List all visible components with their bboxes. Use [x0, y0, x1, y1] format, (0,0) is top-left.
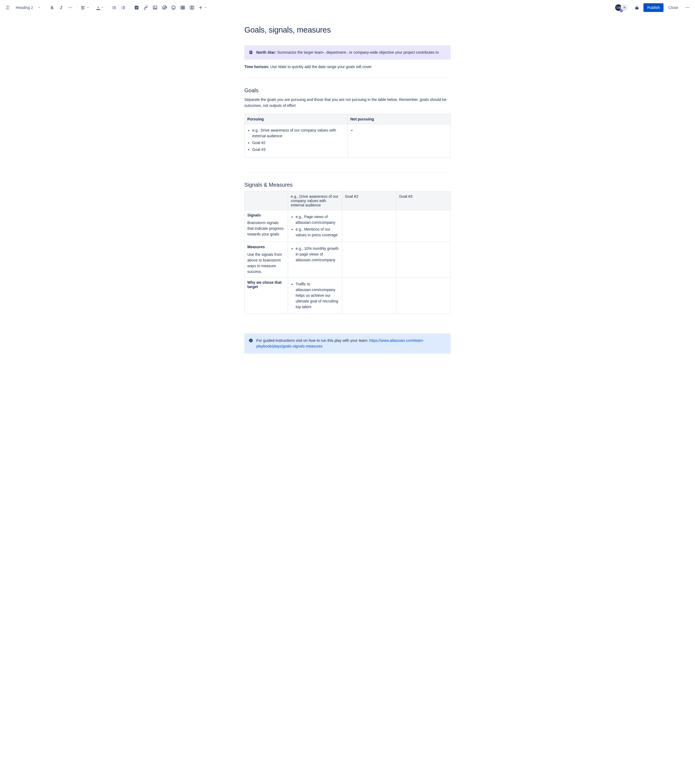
row-sublabel: Brainstorm signals that indicate progres… [247, 220, 285, 237]
info-panel[interactable]: For guided instructions visit on how to … [244, 333, 451, 354]
table-header[interactable]: Goal #2 [342, 191, 396, 210]
note-panel[interactable]: North Star: Summarize the larger team-, … [244, 45, 451, 60]
table-cell[interactable]: Signals Brainstorm signals that indicate… [244, 210, 288, 242]
mention-button[interactable] [160, 3, 168, 12]
time-horizon-text: Use /date to quickly add the date range … [270, 64, 371, 69]
table-header[interactable] [244, 191, 288, 210]
layouts-button[interactable] [188, 3, 196, 12]
row-label: Why we chose that target [247, 280, 285, 289]
list-item[interactable]: e.g., Page views of atlassian.com/compan… [295, 214, 339, 226]
svg-rect-27 [192, 6, 194, 9]
text-color-icon: A [96, 5, 100, 10]
table-row: Why we chose that target Traffic to atla… [244, 278, 451, 314]
publish-button[interactable]: Publish [644, 3, 664, 12]
table-icon [180, 5, 185, 10]
at-icon [162, 5, 167, 10]
table-cell[interactable]: e.g., Page views of atlassian.com/compan… [288, 210, 342, 242]
info-icon [248, 338, 254, 343]
signals-measures-table[interactable]: e.g., Drive awareness of our company val… [244, 191, 451, 314]
restrictions-button[interactable] [632, 3, 641, 12]
list-item[interactable]: Goal #3 [252, 147, 345, 152]
image-button[interactable] [151, 3, 159, 12]
table-cell[interactable] [396, 242, 451, 278]
north-star-text: Summarize the larger team-, department-,… [277, 50, 439, 54]
row-sublabel: Use the signals from above to brainstorm… [247, 252, 285, 275]
note-icon [248, 49, 254, 55]
svg-rect-13 [122, 7, 125, 8]
svg-rect-21 [181, 6, 184, 9]
goals-heading[interactable]: Goals [244, 87, 451, 94]
time-horizon[interactable]: Time horizon: Use /date to quickly add t… [244, 64, 451, 70]
table-cell[interactable]: Why we chose that target [244, 278, 288, 314]
plus-icon [198, 5, 203, 10]
table-cell[interactable]: Measures Use the signals from above to b… [244, 242, 288, 278]
table-cell[interactable]: Traffic to atlassian.com/company helps u… [288, 278, 342, 314]
svg-rect-26 [190, 6, 191, 9]
table-header[interactable]: Goal #3 [396, 191, 451, 210]
table-cell[interactable] [342, 278, 396, 314]
table-cell[interactable] [396, 278, 451, 314]
more-icon [685, 5, 690, 10]
bullet-list-button[interactable] [110, 3, 118, 12]
italic-icon [58, 5, 64, 10]
table-header[interactable]: e.g., Drive awareness of our company val… [288, 191, 342, 210]
goals-table[interactable]: Pursuing Not pursuing e.g., Drive awaren… [244, 114, 451, 158]
alignment-button[interactable] [79, 3, 91, 12]
svg-rect-12 [122, 6, 125, 7]
row-label: Signals [247, 213, 285, 217]
table-cell[interactable] [342, 242, 396, 278]
block-type-select[interactable]: Heading 2 [13, 3, 43, 12]
page-more-actions[interactable] [683, 3, 692, 12]
svg-rect-8 [113, 8, 116, 9]
svg-point-20 [174, 7, 174, 8]
table-cell[interactable] [348, 124, 451, 158]
table-cell[interactable]: e.g., Drive awareness of our company val… [244, 124, 348, 158]
list-item[interactable]: Goal #2 [252, 140, 345, 146]
svg-rect-7 [113, 7, 116, 8]
align-left-icon [80, 5, 86, 10]
italic-button[interactable] [57, 3, 65, 12]
svg-rect-33 [250, 52, 252, 53]
list-item[interactable]: e.g., Mentions of our values in press co… [295, 227, 339, 238]
more-icon [68, 5, 73, 10]
table-button[interactable] [178, 3, 187, 12]
svg-point-29 [687, 7, 688, 8]
goals-description[interactable]: Separate the goals you are pursuing and … [244, 97, 451, 109]
page-title[interactable]: Goals, signals, measures [244, 25, 451, 35]
more-formatting-button[interactable] [66, 3, 75, 12]
numbered-list-button[interactable]: 123 [119, 3, 127, 12]
confluence-logo [4, 4, 11, 11]
table-cell[interactable] [396, 210, 451, 242]
list-item[interactable]: e.g., 10% monthly growth in page views o… [295, 246, 339, 263]
list-item[interactable] [355, 127, 448, 133]
link-button[interactable] [142, 3, 150, 12]
table-header[interactable]: Not pursuing [348, 114, 451, 124]
svg-point-37 [251, 339, 251, 340]
time-horizon-label: Time horizon: [244, 64, 269, 69]
list-item[interactable]: e.g., Drive awareness of our company val… [252, 127, 345, 139]
editor-toolbar: Heading 2 A 123 [0, 0, 695, 15]
insert-more-button[interactable] [197, 3, 208, 12]
list-item[interactable]: Traffic to atlassian.com/company helps u… [295, 281, 339, 310]
text-color-button[interactable]: A [95, 3, 105, 12]
bullet-list-icon [111, 5, 117, 10]
close-button[interactable]: Close [666, 3, 681, 12]
editor-content[interactable]: Goals, signals, measures North Star: Sum… [244, 15, 451, 373]
bold-button[interactable] [48, 3, 56, 12]
action-item-button[interactable] [132, 3, 141, 12]
toolbar-separator [107, 4, 107, 11]
svg-point-30 [688, 7, 689, 8]
table-cell[interactable] [342, 210, 396, 242]
info-text: For guided instructions visit on how to … [256, 338, 369, 343]
table-cell[interactable]: e.g., 10% monthly growth in page views o… [288, 242, 342, 278]
svg-rect-6 [113, 6, 116, 7]
unlock-icon [634, 5, 640, 10]
block-type-label: Heading 2 [16, 5, 33, 10]
emoji-button[interactable] [169, 3, 178, 12]
toolbar-separator [130, 4, 130, 11]
svg-rect-34 [250, 53, 251, 53]
signals-heading[interactable]: Signals & Measures [244, 182, 451, 188]
table-row: e.g., Drive awareness of our company val… [244, 124, 451, 158]
table-header[interactable]: Pursuing [244, 114, 348, 124]
chevron-down-icon [101, 6, 104, 9]
